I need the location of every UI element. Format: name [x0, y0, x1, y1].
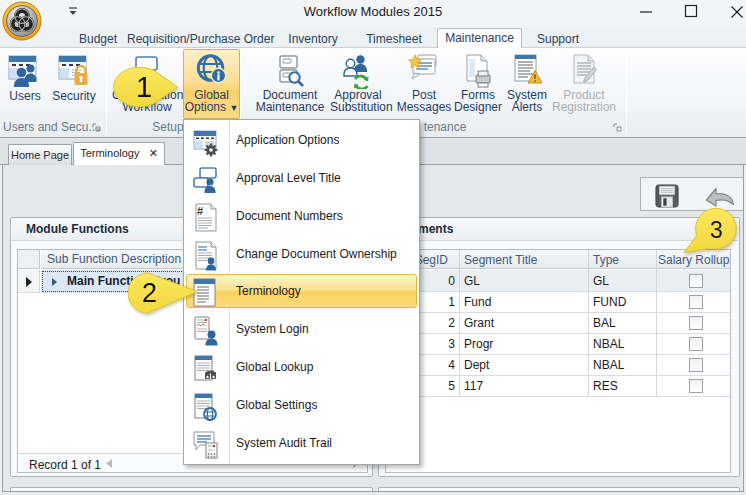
svg-text:2: 2 — [142, 278, 157, 308]
svg-text:3: 3 — [710, 217, 723, 243]
svg-text:1: 1 — [136, 71, 152, 103]
svg-text:#: # — [197, 205, 203, 217]
